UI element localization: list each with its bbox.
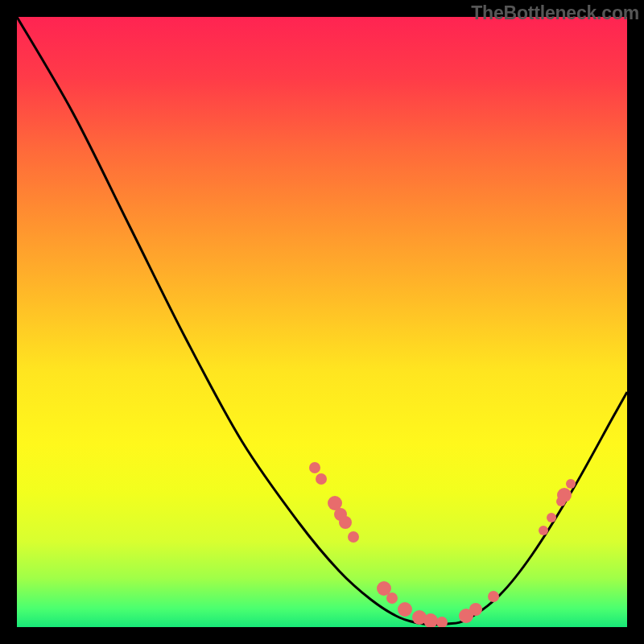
data-marker [334, 508, 347, 521]
data-marker [459, 609, 473, 623]
data-marker [328, 496, 342, 510]
data-marker [377, 581, 391, 596]
data-marker [557, 488, 572, 502]
data-marker [386, 592, 398, 604]
data-marker [398, 602, 412, 617]
chart-container: TheBottleneck.com [0, 0, 644, 644]
data-marker [488, 591, 499, 602]
data-marker [339, 516, 352, 529]
data-marker [547, 513, 556, 522]
data-marker [436, 617, 448, 627]
data-marker [469, 603, 482, 616]
data-marker [309, 462, 320, 473]
curve-path [17, 17, 627, 625]
data-marker [316, 473, 327, 485]
data-marker [412, 610, 427, 625]
data-marker [423, 613, 438, 627]
plot-area [17, 17, 627, 627]
chart-svg [17, 17, 627, 627]
data-marker [539, 526, 548, 535]
data-marker [556, 497, 566, 506]
data-marker [566, 479, 576, 489]
markers-group [309, 462, 576, 627]
watermark-text: TheBottleneck.com [471, 2, 639, 24]
data-marker [348, 531, 359, 543]
